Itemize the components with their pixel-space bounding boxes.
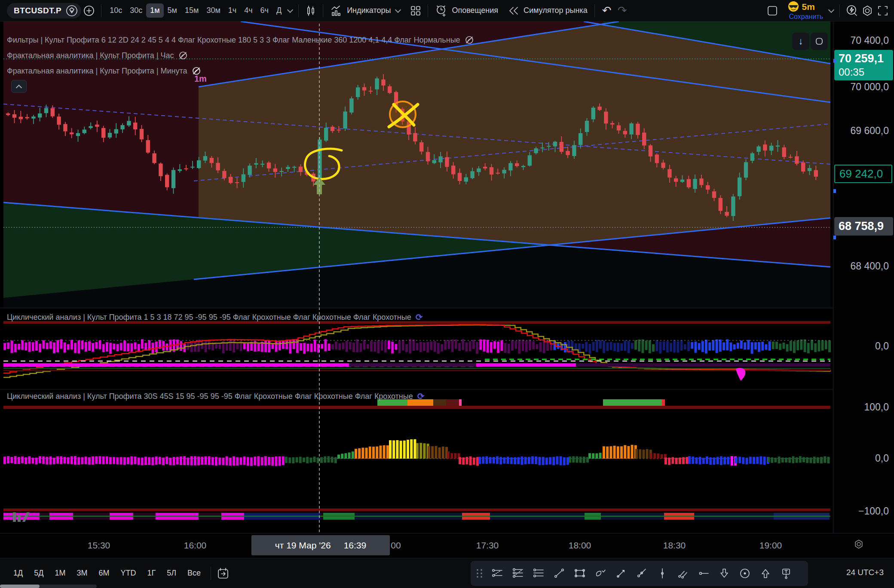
symbol-switcher[interactable]: BTCUSDT.P xyxy=(7,3,81,18)
arrow-down-tool-button[interactable] xyxy=(716,565,733,582)
range-button-Все[interactable]: Все xyxy=(183,565,205,581)
eye-off-icon[interactable] xyxy=(465,35,474,45)
pane1-histogram-bar xyxy=(673,340,676,352)
range-button-YTD[interactable]: YTD xyxy=(116,565,140,581)
symbol-diamond-icon[interactable] xyxy=(66,5,78,17)
range-button-1М[interactable]: 1М xyxy=(50,565,70,581)
indicators-button[interactable]: Индикаторы xyxy=(328,3,393,18)
timeframe-button-6ч[interactable]: 6ч xyxy=(257,3,272,18)
pitchfork-tool-button[interactable] xyxy=(674,565,692,582)
time-axis-settings-button[interactable] xyxy=(853,539,864,551)
pane1-histogram-bar xyxy=(441,344,443,352)
layout-grid-button[interactable] xyxy=(408,3,423,18)
timeframe-button-Д[interactable]: Д xyxy=(272,3,285,18)
arrow-marker-tool-button[interactable] xyxy=(612,565,630,582)
alerts-button[interactable]: Оповещения xyxy=(432,3,501,18)
rectangle-tool-button[interactable] xyxy=(571,565,588,582)
scroll-to-recent-button[interactable]: ↓ xyxy=(792,33,809,50)
timeframe-button-1м[interactable]: 1м xyxy=(146,3,163,18)
pane2-histogram-bar xyxy=(32,458,34,464)
indicators-chevron-down-icon[interactable] xyxy=(395,6,401,12)
timeframe-button-1ч[interactable]: 1ч xyxy=(224,3,240,18)
pane1-histogram-bar xyxy=(95,342,98,349)
circle-target-icon xyxy=(738,567,751,580)
time-tick-label: 00 xyxy=(391,540,401,551)
horizontal-scrollbar-thumb[interactable] xyxy=(0,585,40,588)
pane2-histogram-bar xyxy=(592,453,594,459)
range-button-5Д[interactable]: 5Д xyxy=(30,565,48,581)
range-button-1Г[interactable]: 1Г xyxy=(143,565,160,581)
timeframe-button-30м[interactable]: 30м xyxy=(202,3,224,18)
pane2-histogram-bar xyxy=(482,456,484,463)
overlay-fractal-minute-label[interactable]: Фрактальная аналитика | Культ Профита | … xyxy=(7,67,187,76)
timeframe-button-5м[interactable]: 5м xyxy=(164,3,181,18)
candle-body xyxy=(738,178,741,196)
ray-tool-button[interactable] xyxy=(633,565,650,582)
save-chevron-down-icon[interactable] xyxy=(828,6,834,12)
candle-body xyxy=(146,140,150,153)
time-axis[interactable]: чт 19 Мар '26 16:39 15:3016:000017:3018:… xyxy=(0,533,894,558)
pane2-histogram-bar xyxy=(226,456,228,466)
eye-off-icon[interactable] xyxy=(192,66,201,76)
candle-body xyxy=(585,121,589,132)
pane2-histogram-bar xyxy=(271,457,274,466)
circle-target-tool-button[interactable] xyxy=(736,565,753,582)
eye-off-icon[interactable] xyxy=(178,51,188,60)
candle-body xyxy=(260,164,264,165)
pane1-label[interactable]: Циклический анализ | Культ Профита 1 5 3… xyxy=(7,313,411,322)
quick-search-button[interactable] xyxy=(844,3,860,18)
timeframe-button-30с[interactable]: 30с xyxy=(126,3,146,18)
chart-canvas[interactable] xyxy=(0,0,834,533)
pane1-histogram-bar xyxy=(504,343,507,353)
compare-add-button[interactable] xyxy=(81,3,97,18)
fib-channel-tool-button[interactable] xyxy=(489,565,506,582)
pane2-histogram-bar xyxy=(699,457,701,465)
chart-style-button[interactable] xyxy=(303,3,318,18)
timeframe-chevron-down-icon[interactable] xyxy=(287,6,293,12)
horizontal-ray-tool-button[interactable] xyxy=(695,565,712,582)
save-layout-button[interactable]: 5m Сохранить xyxy=(788,1,823,20)
refresh-icon[interactable]: ⟳ xyxy=(416,312,423,322)
fullscreen-button[interactable] xyxy=(875,3,891,18)
pane1-histogram-bar xyxy=(338,343,341,350)
timezone-button[interactable]: 24 UTC+3 xyxy=(846,568,884,577)
trend-line-tool-button[interactable] xyxy=(551,565,568,582)
go-to-date-button[interactable] xyxy=(215,566,231,581)
price-label-tool-button[interactable] xyxy=(778,565,795,582)
fib-retracement-tool-button[interactable] xyxy=(509,565,527,582)
pane-separator[interactable] xyxy=(0,308,894,308)
timeframe-button-15м[interactable]: 15м xyxy=(181,3,202,18)
redo-button[interactable]: ↷ xyxy=(615,3,630,18)
range-button-3М[interactable]: 3М xyxy=(72,565,92,581)
timeframe-button-4ч[interactable]: 4ч xyxy=(240,3,256,18)
pitchfork-icon xyxy=(677,567,689,580)
range-button-5Л[interactable]: 5Л xyxy=(162,565,181,581)
overlay-fractal-hour-label[interactable]: Фрактальная аналитика | Культ Профита | … xyxy=(7,51,174,60)
price-axis[interactable]: 70 400,070 000,069 600,068 400,00,0100,0… xyxy=(833,21,894,533)
candle-body xyxy=(222,171,226,178)
layout-select-button[interactable] xyxy=(765,3,780,18)
parallel-lines-tool-button[interactable] xyxy=(530,565,547,582)
collapse-indicators-button[interactable] xyxy=(11,80,27,93)
pane-separator[interactable] xyxy=(0,389,894,389)
timeframe-button-10с[interactable]: 10с xyxy=(106,3,126,18)
pane2-histogram-bar xyxy=(134,456,136,464)
range-button-1Д[interactable]: 1Д xyxy=(9,565,27,581)
market-simulator-button[interactable]: Симулятор рынка xyxy=(505,3,590,18)
settings-button[interactable] xyxy=(860,3,875,18)
drag-handle[interactable] xyxy=(477,569,483,578)
overlay-filters-label[interactable]: Фильтры | Культ Профита 6 12 2D 24 2 45 … xyxy=(7,36,460,45)
pane2-histogram-bar xyxy=(410,439,413,459)
arrow-up-tool-button[interactable] xyxy=(757,565,774,582)
pane2-histogram-bar xyxy=(190,456,193,465)
pane1-histogram-bar xyxy=(321,344,323,349)
brush-tool-button[interactable] xyxy=(592,565,609,582)
indicators-icon xyxy=(330,4,343,17)
pane1-histogram-bar xyxy=(116,344,119,352)
maximize-pane-button[interactable] xyxy=(811,33,828,50)
pane2-label[interactable]: Циклический анализ | Культ Профита 30S 4… xyxy=(7,392,413,401)
vertical-line-tool-button[interactable] xyxy=(654,565,671,582)
undo-button[interactable]: ↶ xyxy=(599,3,615,18)
refresh-icon[interactable]: ⟳ xyxy=(417,391,425,401)
range-button-6М[interactable]: 6М xyxy=(94,565,113,581)
